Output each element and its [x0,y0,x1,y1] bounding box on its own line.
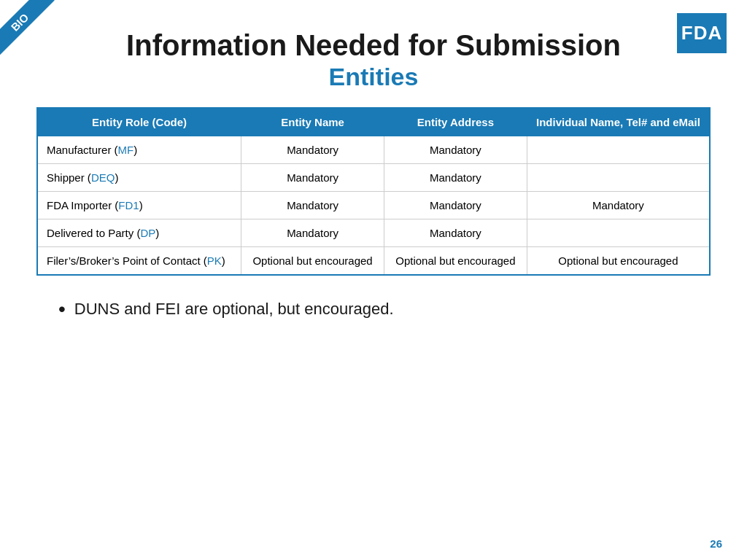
row-entity-address: Mandatory [384,164,527,192]
row-role: Filer’s/Broker’s Point of Contact (PK) [37,247,241,276]
row-entity-address: Mandatory [384,192,527,219]
col-header-address: Entity Address [384,108,527,136]
bullet-section: • DUNS and FEI are optional, but encoura… [36,298,711,321]
col-header-role: Entity Role (Code) [37,108,241,136]
col-header-name: Entity Name [241,108,384,136]
code-deq: DEQ [91,171,115,184]
bullet-text: DUNS and FEI are optional, but encourage… [74,300,394,319]
row-entity-name: Mandatory [241,164,384,192]
row-entity-name: Mandatory [241,136,384,164]
page-title: Information Needed for Submission [36,29,711,61]
bullet-icon: • [58,298,66,321]
row-role: Manufacturer (MF) [37,136,241,164]
col-header-individual: Individual Name, Tel# and eMail [527,108,710,136]
row-individual [527,136,710,164]
row-individual [527,219,710,247]
role-text: Delivered to Party (DP) [47,227,159,239]
bio-ribbon: BIO [0,0,66,66]
row-role: Delivered to Party (DP) [37,219,241,247]
row-individual [527,164,710,192]
table-row: Shipper (DEQ) Mandatory Mandatory [37,164,710,192]
table-row: FDA Importer (FD1) Mandatory Mandatory M… [37,192,710,219]
role-text: Shipper (DEQ) [47,171,118,184]
page-number: 26 [710,537,722,550]
code-pk: PK [207,254,222,267]
role-text: FDA Importer (FD1) [47,199,143,211]
row-individual: Optional but encouraged [527,247,710,276]
role-text: Filer’s/Broker’s Point of Contact (PK) [47,254,225,267]
row-entity-address: Optional but encouraged [384,247,527,276]
bio-ribbon-label: BIO [0,0,55,57]
table-row: Manufacturer (MF) Mandatory Mandatory [37,136,710,164]
page-subtitle: Entities [36,63,711,91]
row-role: FDA Importer (FD1) [37,192,241,219]
fda-logo-text: FDA [681,22,722,44]
row-entity-address: Mandatory [384,136,527,164]
entities-table: Entity Role (Code) Entity Name Entity Ad… [36,107,711,276]
code-dp: DP [140,227,155,239]
row-entity-name: Optional but encouraged [241,247,384,276]
role-text: Manufacturer (MF) [47,144,137,156]
code-fd1: FD1 [118,199,139,211]
row-role: Shipper (DEQ) [37,164,241,192]
code-mf: MF [118,144,134,156]
row-entity-name: Mandatory [241,192,384,219]
row-entity-address: Mandatory [384,219,527,247]
fda-logo: FDA [677,13,727,53]
table-row: Delivered to Party (DP) Mandatory Mandat… [37,219,710,247]
row-individual: Mandatory [527,192,710,219]
main-content: Information Needed for Submission Entiti… [0,7,747,335]
row-entity-name: Mandatory [241,219,384,247]
table-row: Filer’s/Broker’s Point of Contact (PK) O… [37,247,710,276]
